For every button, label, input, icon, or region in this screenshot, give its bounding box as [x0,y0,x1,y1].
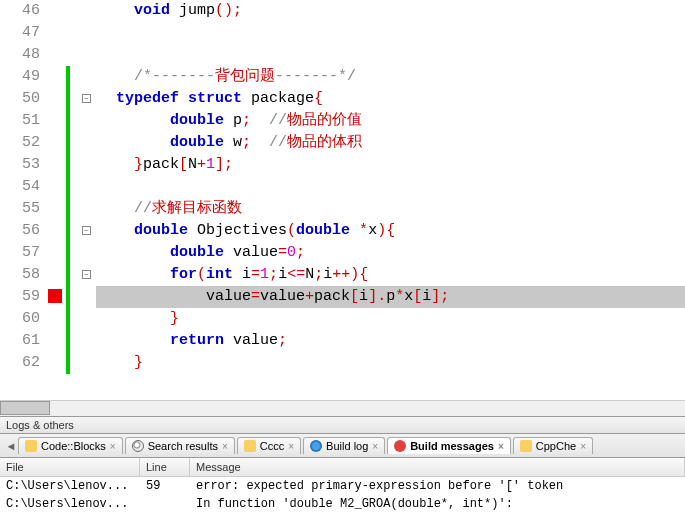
code-content[interactable]: } [96,308,685,330]
line-number: 46 [0,0,48,22]
tab-build-messages[interactable]: Build messages× [387,437,511,454]
tab-search-results[interactable]: Search results× [125,437,235,454]
code-content[interactable]: /*-------背包问题-------*/ [96,66,685,88]
fold-minus-icon[interactable]: − [82,226,91,235]
code-content[interactable]: double Objectives(double *x){ [96,220,685,242]
fold-gutter [80,286,96,308]
msg-text: error: expected primary-expression befor… [190,478,685,494]
fold-minus-icon[interactable]: − [82,94,91,103]
tab-code-blocks[interactable]: Code::Blocks× [18,437,123,454]
close-icon[interactable]: × [372,441,378,452]
code-editor[interactable]: 46 void jump();474849 /*-------背包问题-----… [0,0,685,400]
code-content[interactable]: typedef struct package{ [96,88,685,110]
line-number: 58 [0,264,48,286]
line-number: 54 [0,176,48,198]
code-line[interactable]: 56− double Objectives(double *x){ [0,220,685,242]
marker-gutter [48,330,64,352]
fold-gutter [80,198,96,220]
change-bar-gutter [64,66,80,88]
marker-gutter [48,66,64,88]
code-line[interactable]: 61 return value; [0,330,685,352]
change-bar [66,286,70,308]
code-line[interactable]: 47 [0,22,685,44]
change-bar [66,330,70,352]
code-line[interactable]: 50− typedef struct package{ [0,88,685,110]
fold-gutter [80,22,96,44]
code-line[interactable]: 49 /*-------背包问题-------*/ [0,66,685,88]
marker-gutter [48,176,64,198]
fold-gutter [80,330,96,352]
change-bar-gutter [64,264,80,286]
change-bar-gutter [64,110,80,132]
code-content[interactable]: void jump(); [96,0,685,22]
search-icon [132,440,144,452]
code-line[interactable]: 53 }pack[N+1]; [0,154,685,176]
scrollbar-thumb[interactable] [0,401,50,415]
tab-cppche[interactable]: CppChe× [513,437,593,454]
change-bar [66,242,70,264]
message-row[interactable]: C:\Users\lenov...In function 'double M2_… [0,495,685,513]
marker-gutter [48,242,64,264]
code-content[interactable]: }pack[N+1]; [96,154,685,176]
line-number: 48 [0,44,48,66]
change-bar-gutter [64,352,80,374]
code-line[interactable]: 62 } [0,352,685,374]
code-line[interactable]: 54 [0,176,685,198]
code-content[interactable]: //求解目标函数 [96,198,685,220]
fold-gutter [80,132,96,154]
marker-gutter [48,352,64,374]
change-bar-gutter [64,198,80,220]
header-file[interactable]: File [0,458,140,476]
code-content[interactable]: } [96,352,685,374]
marker-gutter [48,308,64,330]
code-content[interactable] [96,176,685,198]
change-bar [66,176,70,198]
close-icon[interactable]: × [580,441,586,452]
change-bar [66,220,70,242]
code-content[interactable]: value=value+pack[i].p*x[i]; [96,286,685,308]
code-line[interactable]: 60 } [0,308,685,330]
code-line[interactable]: 58− for(int i=1;i<=N;i++){ [0,264,685,286]
tab-cccc[interactable]: Cccc× [237,437,301,454]
code-content[interactable]: return value; [96,330,685,352]
msg-line [140,496,190,512]
code-content[interactable] [96,22,685,44]
code-line[interactable]: 46 void jump(); [0,0,685,22]
bottom-tab-strip: ◄ Code::Blocks×Search results×Cccc×Build… [0,434,685,458]
code-line[interactable]: 51 double p; //物品的价值 [0,110,685,132]
marker-gutter [48,44,64,66]
fold-minus-icon[interactable]: − [82,270,91,279]
message-row[interactable]: C:\Users\lenov...59error: expected prima… [0,477,685,495]
code-content[interactable]: double p; //物品的价值 [96,110,685,132]
code-line[interactable]: 55 //求解目标函数 [0,198,685,220]
tab-build-log[interactable]: Build log× [303,437,385,454]
code-line[interactable]: 57 double value=0; [0,242,685,264]
change-bar-gutter [64,154,80,176]
fold-gutter [80,308,96,330]
close-icon[interactable]: × [498,441,504,452]
change-bar [66,110,70,132]
code-line[interactable]: 48 [0,44,685,66]
marker-gutter [48,198,64,220]
code-line[interactable]: 52 double w; //物品的体积 [0,132,685,154]
code-line[interactable]: 59 value=value+pack[i].p*x[i]; [0,286,685,308]
close-icon[interactable]: × [222,441,228,452]
code-content[interactable]: for(int i=1;i<=N;i++){ [96,264,685,286]
header-message[interactable]: Message [190,458,685,476]
header-line[interactable]: Line [140,458,190,476]
close-icon[interactable]: × [110,441,116,452]
tab-nav-left-icon[interactable]: ◄ [4,440,18,452]
code-content[interactable]: double w; //物品的体积 [96,132,685,154]
change-bar-gutter [64,308,80,330]
close-icon[interactable]: × [288,441,294,452]
line-number: 56 [0,220,48,242]
change-bar [66,352,70,374]
horizontal-scrollbar[interactable] [0,400,685,416]
change-bar-gutter [64,220,80,242]
error-marker-icon [48,289,62,303]
code-content[interactable] [96,44,685,66]
fold-gutter [80,44,96,66]
code-content[interactable]: double value=0; [96,242,685,264]
marker-gutter [48,220,64,242]
change-bar [66,198,70,220]
